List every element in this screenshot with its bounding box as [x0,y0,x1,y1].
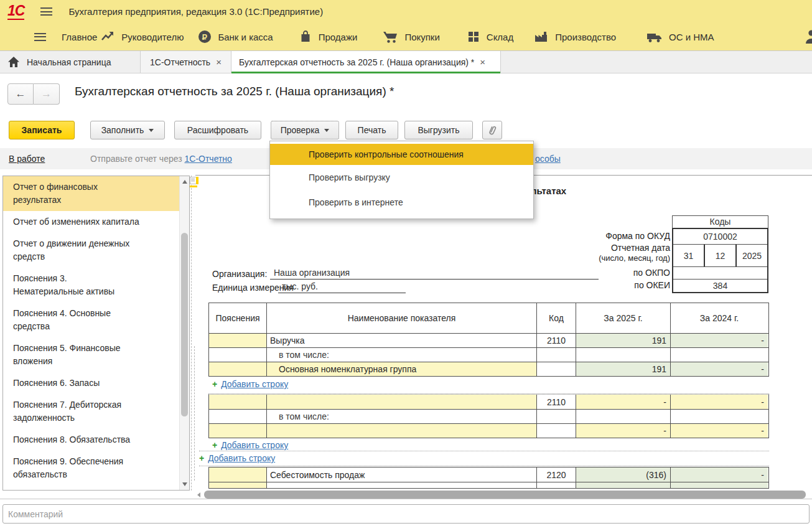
nav-item-sales[interactable]: Продажи [299,30,358,44]
indicator-name-cell[interactable]: Выручка [267,334,537,347]
add-row-label: Добавить строку [221,440,288,450]
explanation-cell[interactable] [209,468,267,482]
home-icon [7,56,20,68]
close-icon[interactable]: × [216,57,222,67]
explanation-cell[interactable] [209,362,267,376]
menu-item-check-online[interactable]: Проверить в интернете [270,190,533,215]
open-windows-tabbar: Начальная страница 1С-Отчетность × Бухга… [0,51,812,73]
explanation-cell[interactable] [209,334,267,347]
section-item-notes-5[interactable]: Пояснения 5. Финансовые вложения [3,337,179,372]
plus-icon: + [212,440,217,450]
code-cell [537,348,576,362]
nav-label: Склад [487,32,513,42]
value-2024-cell[interactable]: - [671,334,768,347]
nav-item-purchases[interactable]: Покупки [383,30,439,44]
table-row-including: в том числе: [209,409,768,423]
add-row-link-outer[interactable]: +Добавить строку [199,453,275,463]
tab-accounting-report[interactable]: Бухгалтерская отчетность за 2025 г. (Наш… [231,51,501,73]
button-label: Заполнить [101,125,144,135]
back-button[interactable]: ← [7,83,34,105]
section-item-notes-9[interactable]: Пояснения 9. Обеспечения обязательств [3,451,179,486]
value-2024-cell[interactable]: - [671,362,768,376]
scrollbar-thumb[interactable] [181,233,188,416]
value-2025-cell[interactable]: - [576,424,671,438]
row-group-guide [194,346,195,481]
main-menu-icon[interactable] [40,7,52,16]
value-2024-cell[interactable]: - [671,424,768,438]
explanation-cell[interactable] [209,395,267,409]
menu-item-check-control-ratios[interactable]: Проверить контрольные соотношения [270,144,533,165]
explanation-cell[interactable] [209,424,267,438]
value-2024-cell[interactable]: - [671,395,768,409]
section-item-equity-changes[interactable]: Отчет об изменениях капитала [3,211,179,233]
value-2024-cell[interactable]: - [671,468,768,482]
sidebar-scrollbar[interactable] [179,176,189,490]
value-2025-cell[interactable]: 191 [576,362,671,376]
status-message: Отправьте отчет через 1С-Отчетно [90,148,232,169]
panel-splitter[interactable] [191,176,192,491]
section-item-cash-flow[interactable]: Отчет о движении денежных средств [3,233,179,268]
person-icon [805,29,812,45]
truck-icon [646,31,663,44]
organization-value[interactable]: Наша организация [270,268,599,280]
print-button[interactable]: Печать [345,121,398,139]
menu-item-check-upload[interactable]: Проверить выгрузку [270,165,533,190]
code-cell [537,424,576,438]
status-state-link[interactable]: В работе [9,148,45,169]
value-2025-cell[interactable]: 191 [576,334,671,347]
1c-reporting-link[interactable]: 1С-Отчетно [184,154,231,164]
indicator-name-cell[interactable] [267,395,537,409]
value-2025-cell [576,482,671,489]
tab-1c-reporting[interactable]: 1С-Отчетность × [140,51,231,73]
nav-item-production[interactable]: Производство [534,30,616,44]
section-item-notes-6[interactable]: Пояснения 6. Запасы [3,372,179,394]
nav-item-warehouse[interactable]: Склад [467,30,513,44]
attachment-button[interactable] [482,121,502,139]
nav-item-manager[interactable]: Руководителю [100,29,184,44]
explanation-cell [209,482,267,489]
nav-item-main[interactable]: Главное [62,32,97,42]
add-row-link-2[interactable]: +Добавить строку [212,440,288,450]
indicator-name-cell[interactable]: Основная номенклатурная группа [267,362,537,376]
nav-label: Банк и касса [218,32,273,42]
functions-menu-icon[interactable] [34,33,46,41]
form-horizontal-scrollbar[interactable] [195,490,808,499]
nav-item-person[interactable] [805,29,812,45]
add-row-link-1[interactable]: +Добавить строку [212,379,288,389]
nav-label: Руководителю [121,32,184,42]
upload-button[interactable]: Выгрузить [404,121,473,139]
indicator-name-cell[interactable]: Себестоимость продаж [267,468,537,482]
add-row-label: Добавить строку [208,453,275,463]
indicator-name-cell[interactable] [267,424,537,438]
other-ways-link[interactable]: особы [535,148,561,169]
form-marker-bar [190,186,197,187]
nav-item-bank[interactable]: P Банк и касса [198,30,273,44]
trend-icon [100,29,115,44]
section-item-income-statement[interactable]: Отчет о финансовых результатах [3,176,179,211]
including-label-cell: в том числе: [267,410,537,423]
tab-start-page[interactable]: Начальная страница [0,51,140,73]
section-item-notes-4[interactable]: Пояснения 4. Основные средства [3,303,179,337]
section-item-notes-8[interactable]: Пояснения 8. Обязательства [3,429,179,451]
close-icon[interactable]: × [480,57,485,67]
comment-input[interactable] [2,504,810,524]
value-2025-cell[interactable]: - [576,395,671,409]
form-marker-icon [190,177,198,184]
unit-value[interactable]: тыс. руб. [278,281,406,293]
scroll-up-icon[interactable] [182,180,187,184]
value-2025-cell[interactable]: (316) [576,468,671,482]
forward-button[interactable]: → [34,83,60,105]
codes-header: Коды [672,215,768,228]
scroll-down-icon[interactable] [182,482,187,486]
scrollbar-thumb[interactable] [204,491,806,499]
check-button[interactable]: Проверка [271,121,339,139]
section-item-notes-7[interactable]: Пояснения 7. Дебиторская задолженность [3,394,179,429]
scroll-left-icon[interactable] [197,492,200,497]
fill-button[interactable]: Заполнить [90,121,165,139]
section-item-notes-3[interactable]: Пояснения 3. Нематериальные активы [3,268,179,303]
decipher-button[interactable]: Расшифровать [174,121,261,139]
section-item-notes-10[interactable]: Пояснения 10. [3,486,179,491]
save-button[interactable]: Записать [9,121,75,139]
add-row-label: Добавить строку [221,379,288,389]
nav-item-os-nma[interactable]: ОС и НМА [646,31,714,44]
